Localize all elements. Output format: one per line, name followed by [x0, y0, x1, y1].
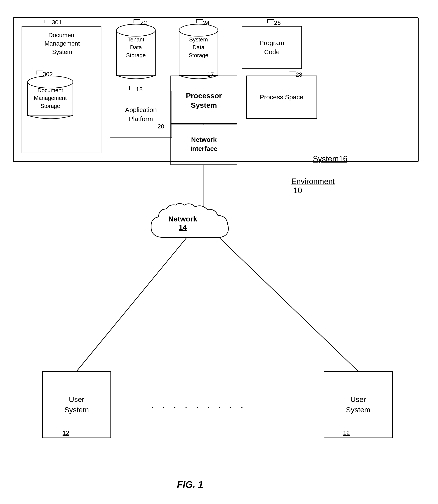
- fig-label: FIG. 1: [177, 479, 203, 490]
- network-ref: 14: [179, 223, 187, 231]
- dots-row: · · · · · · · · ·: [151, 400, 246, 413]
- ref-12-left: 12: [63, 429, 69, 437]
- tenant-storage: TenantDataStorage: [114, 21, 157, 82]
- svg-line-1: [77, 236, 188, 371]
- process-space-label: Process Space: [260, 93, 303, 102]
- system-storage-label: SystemDataStorage: [177, 36, 220, 59]
- processor-box: ProcessorSystem: [170, 76, 237, 125]
- ref-301: 301: [52, 19, 62, 26]
- app-platform-box: ApplicationPlatform: [110, 91, 172, 138]
- system-label: System16: [313, 154, 347, 163]
- ref-18: 18: [136, 86, 143, 93]
- svg-line-2: [218, 236, 358, 371]
- network-interface-label: NetworkInterface: [190, 135, 217, 153]
- user-system-left-label: UserSystem: [64, 394, 89, 415]
- ref-12-right: 12: [343, 429, 350, 437]
- environment-ref: 10: [294, 186, 302, 195]
- svg-point-7: [117, 24, 155, 36]
- system-ref: 16: [339, 154, 347, 163]
- ref-20: 20: [157, 123, 164, 130]
- user-system-right: UserSystem: [324, 371, 393, 438]
- ref-24: 24: [203, 19, 209, 26]
- user-system-right-label: UserSystem: [346, 394, 370, 415]
- program-code-label: ProgramCode: [259, 38, 284, 56]
- network-label: Network14: [168, 215, 197, 232]
- ref-302: 302: [43, 71, 53, 78]
- network-interface-box: NetworkInterface: [170, 123, 237, 165]
- environment-text: Environment: [291, 177, 335, 186]
- dms-storage: DocumentManagementStorage: [25, 73, 75, 122]
- tenant-storage-label: TenantDataStorage: [114, 36, 157, 59]
- ref-26: 26: [274, 19, 281, 26]
- process-space-box: Process Space: [246, 76, 317, 119]
- network-cloud: Network14: [147, 203, 237, 251]
- dms-label: DocumentManagementSystem: [24, 31, 100, 56]
- ref-28: 28: [296, 71, 302, 78]
- program-code-box: ProgramCode: [242, 26, 302, 69]
- ref-22: 22: [140, 19, 147, 26]
- processor-label: ProcessorSystem: [186, 91, 222, 110]
- user-system-left: UserSystem: [42, 371, 111, 438]
- ref-17: 17: [207, 71, 214, 78]
- environment-label: Environment 10: [291, 177, 335, 195]
- svg-point-9: [179, 24, 218, 36]
- system-name-text: System: [313, 154, 339, 163]
- app-platform-label: ApplicationPlatform: [125, 105, 157, 123]
- dms-storage-label: DocumentManagementStorage: [25, 86, 75, 110]
- diagram: System16 DocumentManagementSystem 301 Do…: [0, 0, 438, 504]
